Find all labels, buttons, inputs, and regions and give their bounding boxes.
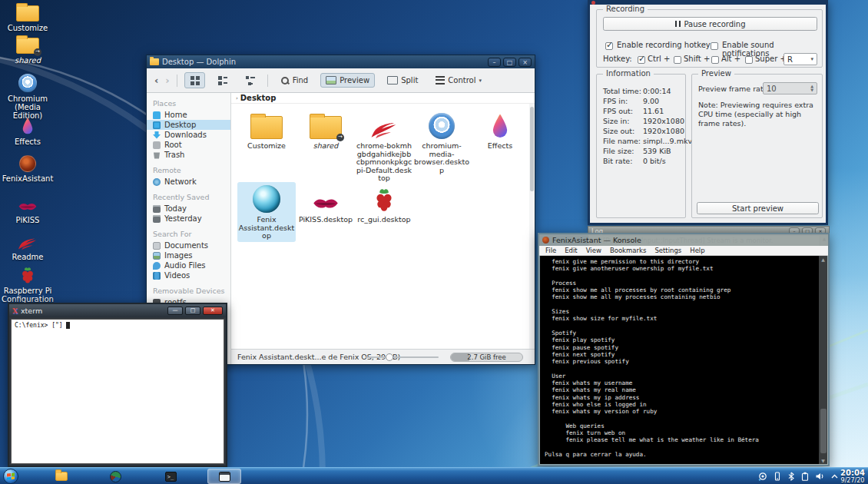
hotkey-alt-checkbox[interactable] [711,56,719,64]
desktop-icon-raspberry-pi[interactable]: Raspberry Pi [0,264,55,295]
sidebar-item-videos[interactable]: Videos [147,270,230,280]
bluetooth-icon[interactable] [787,472,795,481]
volume-icon[interactable] [815,472,825,481]
taskbar-item-konsole[interactable]: >_ [154,469,187,484]
file-item-effects[interactable]: Effects [471,108,529,152]
back-button[interactable]: ‹ [154,76,158,85]
folder-view[interactable]: Customize → shared chrome-bokmhgbdgahidk… [231,104,535,349]
view-details-button[interactable] [240,72,260,88]
file-item-shared[interactable]: → shared [297,108,355,152]
maximize-button[interactable]: □ [185,307,200,315]
konsole-titlebar[interactable]: FenixAsistant — Konsole [539,234,828,246]
file-item-chrome-desktop[interactable]: chrome-bokmhgbdgahidkejbbcbpmnonkpkgcpi-… [355,108,413,184]
recording-group-label: Recording [603,5,648,13]
menu-help[interactable]: Help [690,247,704,254]
desktop-icon-effects[interactable]: Effects [0,115,55,146]
taskbar-item-dolphin[interactable] [45,469,78,484]
hotkey-key-select[interactable]: R ▾ [784,53,817,65]
sidebar-item-today[interactable]: Today [147,204,230,214]
system-tray [758,468,839,484]
hotkey-ctrl-checkbox[interactable] [638,56,645,64]
scrollbar-thumb[interactable] [530,107,534,191]
desktop-icon-shared[interactable]: → shared [0,34,55,65]
xterm-terminal[interactable]: C:\fenix> ["] [11,319,224,464]
start-preview-button[interactable]: Start preview [697,202,819,214]
zoom-slider[interactable] [366,356,439,358]
view-compact-button[interactable] [212,72,233,88]
file-item-customize[interactable]: Customize [237,108,296,152]
enable-sound-notifications-checkbox[interactable] [711,42,718,50]
scrollbar-thumb[interactable] [820,409,827,453]
scroll-up-icon[interactable]: ▲ [819,257,827,262]
file-item-pikiss[interactable]: PiKISS.desktop [297,182,355,226]
close-button[interactable]: × [518,58,532,67]
sidebar-item-home[interactable]: Home [147,110,230,120]
hotkey-shift-checkbox[interactable] [674,56,681,64]
spinner-arrows-icon[interactable]: ▲▼ [810,85,813,92]
taskbar-item-browser[interactable] [98,469,132,484]
scroll-down-icon[interactable]: ▼ [819,458,827,463]
terminal-line [545,458,819,464]
terminal-line: fenix give me permission to this directo… [545,258,819,265]
terminal-line [545,416,819,423]
sidebar-item-trash[interactable]: Trash [147,150,230,160]
minimize-button[interactable]: — [167,307,183,315]
menu-bookmarks[interactable]: Bookmarks [610,247,647,254]
file-item-chromium-media-browser[interactable]: chromium-media-browser.desktop [412,108,471,176]
fenix-icon [0,152,55,172]
sidebar-item-audio-files[interactable]: Audio Files [147,260,230,270]
split-button[interactable]: Split [382,73,423,88]
xterm-titlebar[interactable]: X xterm — □ ✕ [9,304,226,317]
vertical-scrollbar[interactable] [529,104,535,349]
sidebar-item-downloads[interactable]: Downloads [147,130,230,140]
sidebar-item-images[interactable]: Images [147,250,230,260]
dolphin-titlebar[interactable]: Desktop — Dolphin – □ × [147,55,535,68]
file-item-rc-gui[interactable]: rc_gui.desktop [355,182,413,226]
terminal-output[interactable]: fenix give me permission to this directo… [540,256,819,464]
screen-recorder-tray-icon[interactable] [758,472,767,481]
file-item-fenix-assistant-selected[interactable]: Fenix Assistant.desktop [237,182,296,242]
sidebar-item-yesterday[interactable]: Yesterday [147,214,230,224]
view-icons-button[interactable] [184,72,205,88]
sidebar-item-root[interactable]: Root [147,140,230,150]
desktop-icon-pikiss[interactable]: PiKISS [0,194,55,224]
sidebar-item-network[interactable]: Network [147,177,230,187]
menu-file[interactable]: File [545,247,556,254]
taskbar-item-xterm-active[interactable] [207,469,241,484]
maximize-button[interactable]: □ [503,58,516,67]
minimize-button[interactable]: – [488,58,501,67]
menu-view[interactable]: View [586,247,601,254]
start-menu-button[interactable] [3,469,18,484]
find-button[interactable]: Find [275,73,314,88]
tray-expander-chevron-icon[interactable] [830,472,839,480]
sidebar-item-documents[interactable]: Documents [147,240,230,250]
desktop-icon-chromium-media[interactable]: Chromium (Media Edition) [0,72,55,120]
window-title: Desktop — Dolphin [162,58,236,66]
desktop-icon-fenixasistant[interactable]: FenixAsistant [0,152,55,183]
menu-edit[interactable]: Edit [565,247,577,254]
menu-settings[interactable]: Settings [654,247,681,254]
free-space-bar: 2.7 GiB free [450,353,523,362]
close-button[interactable]: ✕ [203,307,223,315]
clipboard-icon[interactable] [800,472,810,481]
chromium-icon [0,72,55,92]
breadcrumb-folder[interactable]: Desktop [240,94,277,102]
hotkey-super-checkbox[interactable] [745,56,753,64]
preview-note-text: Note: Previewing requires extra CPU time… [698,101,817,128]
preview-toggle-button[interactable]: Preview [320,73,375,88]
preview-frame-rate-spinbox[interactable]: 10 ▲▼ [763,82,817,94]
desktop-icon-readme[interactable]: Readme [0,230,55,261]
pause-recording-button[interactable]: Pause recording [603,17,817,31]
desktop-icon-label: PiKISS [0,216,55,224]
breadcrumb[interactable]: › Desktop [231,93,535,104]
clock[interactable]: 20:04 9/27/20 [839,469,866,484]
desktop-icon-customize[interactable]: Customize [0,2,55,32]
icons-view-icon [190,75,200,85]
zoom-slider-handle[interactable] [386,353,393,361]
enable-recording-hotkey-checkbox[interactable] [605,42,613,50]
sidebar-item-desktop[interactable]: Desktop [147,120,230,130]
terminal-scrollbar[interactable]: ▲ ▼ [819,256,827,464]
forward-button[interactable]: › [165,76,169,85]
control-menu-button[interactable]: Control ▾ [430,73,487,88]
device-notifier-icon[interactable] [773,472,782,481]
